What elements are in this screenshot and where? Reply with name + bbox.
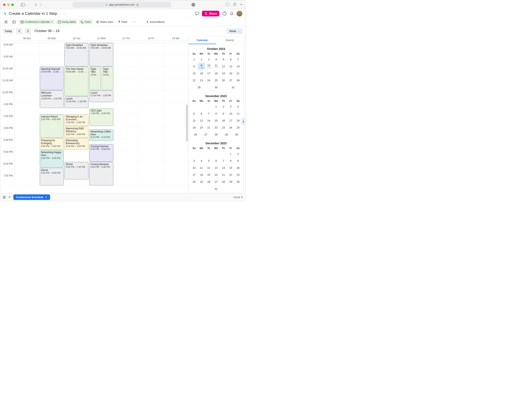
collapse-sidebar-button[interactable]: ❯ <box>242 118 245 125</box>
calendar-grid[interactable]: 8:00 AM9:00 AM10:00 AM11:00 AM12:00 PM1:… <box>0 41 188 188</box>
calendar-event[interactable]: Eliminating Bureaucracy4:00 PM – 5:00 PM <box>64 138 89 150</box>
mini-day[interactable]: 12 <box>220 63 227 70</box>
mini-day[interactable]: 6 <box>227 56 235 63</box>
mini-day[interactable]: 23 <box>198 77 205 84</box>
calendar-event[interactable]: Lunch12:30 PM – 1:30 PM <box>64 97 89 108</box>
site-settings-icon[interactable]: ⋯ <box>192 3 195 7</box>
more-icon[interactable]: ⋯ <box>131 19 137 25</box>
prev-week-button[interactable] <box>16 28 22 34</box>
add-sheet-icon[interactable]: + <box>8 195 11 200</box>
mini-day[interactable]: 28 <box>234 77 242 84</box>
using-dates-button[interactable]: Using dates <box>56 20 78 24</box>
mini-day[interactable]: 29 <box>221 131 231 138</box>
mini-day[interactable]: 26 <box>220 77 227 84</box>
mini-day[interactable]: 19 <box>205 171 212 178</box>
mini-day[interactable]: 12 <box>205 164 212 171</box>
mini-day[interactable]: 19 <box>220 70 227 77</box>
calendar-event[interactable]: Open Breakfast8:00 AM – 10:00 AM <box>64 43 89 66</box>
mini-day[interactable]: 24 <box>227 124 235 131</box>
sheet-tab[interactable]: Conference Schedule ▼ <box>13 195 50 200</box>
mini-day[interactable]: 27 <box>201 131 211 138</box>
mini-day[interactable]: 30 <box>208 84 224 91</box>
calendar-event[interactable]: Dinner6:30 PM – 8:00 PM <box>40 168 64 185</box>
filter-button[interactable]: Filter <box>116 20 129 24</box>
mini-day[interactable]: 19 <box>190 124 198 131</box>
color-button[interactable]: Color <box>79 20 93 24</box>
mini-day[interactable]: 20 <box>198 124 205 131</box>
mini-day[interactable]: 29 <box>227 178 235 185</box>
mini-day[interactable]: 4 <box>234 103 242 110</box>
calendar-event[interactable]: Topic TBD10:00 … <box>89 67 101 90</box>
star-icon[interactable]: ☆ <box>63 12 66 15</box>
minimize-window[interactable] <box>7 3 10 6</box>
calendar-event[interactable]: Industry Report2:00 PM – 4:00 PM <box>40 114 64 138</box>
mini-day[interactable]: 13 <box>212 164 220 171</box>
mini-day[interactable]: 10 <box>190 164 198 171</box>
next-week-button[interactable] <box>25 28 31 34</box>
calendar-event[interactable]: Open Breakfast8:00 AM – 10:00 AM <box>89 43 113 66</box>
mini-day[interactable]: 13 <box>198 117 205 124</box>
mini-day[interactable]: 14 <box>220 164 227 171</box>
mini-day[interactable]: 1 <box>190 56 198 63</box>
mini-day[interactable]: 29 <box>190 84 208 91</box>
share-view-button[interactable]: Share view <box>94 20 114 24</box>
mini-day[interactable]: 25 <box>212 77 220 84</box>
calendar-event[interactable]: Lunch12:00 PM – 1:00 PM <box>89 90 113 102</box>
mini-day[interactable]: 16 <box>234 164 242 171</box>
mini-day[interactable]: 24 <box>205 77 212 84</box>
view-selector[interactable]: Conference Calendar ▼ <box>19 20 55 24</box>
calendar-event[interactable]: Closing Banquet6:00 PM – 8:00 PM <box>89 162 113 185</box>
mini-day[interactable]: 8 <box>212 110 220 117</box>
mini-day[interactable]: 31 <box>190 185 242 192</box>
mini-day[interactable]: 7 <box>234 56 242 63</box>
mini-day[interactable]: 21 <box>220 171 227 178</box>
help-icon[interactable]: ? <box>222 11 227 16</box>
mini-day[interactable]: 1 <box>227 150 235 157</box>
mini-day[interactable]: 22 <box>227 171 235 178</box>
downloads-icon[interactable]: ↓ <box>226 2 230 6</box>
mini-day[interactable]: 16 <box>220 117 227 124</box>
mini-day[interactable]: 14 <box>205 117 212 124</box>
automations-button[interactable]: Automations <box>145 20 166 24</box>
mini-day[interactable]: 11• +7 <box>212 63 220 70</box>
mini-day[interactable]: 5 <box>205 157 212 164</box>
mini-day[interactable]: 23 <box>220 124 227 131</box>
mini-day[interactable]: 26 <box>205 178 212 185</box>
mini-day[interactable]: 1 <box>212 103 220 110</box>
tab-calendar[interactable]: Calendar <box>188 36 216 44</box>
mini-day[interactable]: 18 <box>198 171 205 178</box>
forward-button[interactable] <box>40 3 42 6</box>
new-tab-icon[interactable]: + <box>240 2 242 7</box>
mini-day[interactable]: 9 <box>234 157 242 164</box>
mini-day[interactable]: 2 <box>198 56 205 63</box>
mini-day[interactable]: 18 <box>234 117 242 124</box>
mini-day[interactable]: 12 <box>190 117 198 124</box>
mini-day[interactable]: 21 <box>205 124 212 131</box>
mini-day[interactable]: 5 <box>220 56 227 63</box>
panel-icon[interactable] <box>11 20 17 24</box>
mini-day[interactable]: 17 <box>205 70 212 77</box>
mini-day[interactable]: 25 <box>198 178 205 185</box>
mini-day[interactable]: 3 <box>205 56 212 63</box>
mini-day[interactable]: 27 <box>212 178 220 185</box>
mini-day[interactable]: 27 <box>227 77 235 84</box>
calendar-event[interactable]: Networking Happy Hour5:00 PM – 6:30 PM <box>40 150 64 167</box>
mini-day[interactable]: 5 <box>190 110 198 117</box>
mini-day[interactable]: 20 <box>212 171 220 178</box>
today-button[interactable]: Today <box>3 29 14 34</box>
mini-day[interactable]: 4 <box>212 56 220 63</box>
mini-day[interactable]: 22 <box>212 124 220 131</box>
bell-icon[interactable] <box>230 11 234 16</box>
calendar-event[interactable]: Opening Keynote10:00 AM – 12:00 P… <box>40 67 64 90</box>
mini-day[interactable]: 4 <box>198 157 205 164</box>
calendar-event[interactable]: Closing Keynote4:30 PM – 6:00 PM <box>89 144 113 162</box>
mini-day[interactable]: 3 <box>227 103 235 110</box>
mini-day[interactable]: 10 <box>227 110 235 117</box>
chevron-down-icon[interactable]: ⌄ <box>26 3 28 6</box>
calendar-event[interactable]: Preparing for Emerging…4:00 PM – 5:00 PM <box>40 138 64 150</box>
zoom-window[interactable] <box>11 3 14 6</box>
mini-day[interactable]: 9• +5 <box>198 63 205 70</box>
calendar-event[interactable]: Welcome Luncheon12:00 PM – 1:30 PM <box>40 90 64 108</box>
mini-day[interactable]: 30 <box>231 131 242 138</box>
calendar-event[interactable]: Managing in an Economic…2:00 PM – 3:00 P… <box>64 114 89 126</box>
